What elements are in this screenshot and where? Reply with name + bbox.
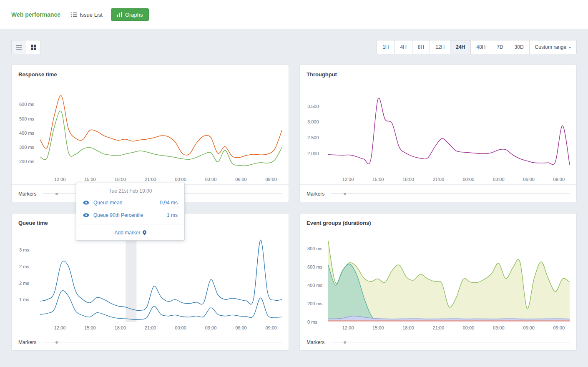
svg-text:12:00: 12:00 (54, 325, 66, 330)
range-30d[interactable]: 30D (509, 40, 530, 54)
top-header: Web performance Issue List Graphs (0, 0, 588, 29)
event-groups-chart[interactable]: 800 ms600 ms400 ms200 ms0 ms12:0015:0018… (300, 232, 576, 333)
tooltip-footer: Add marker (76, 224, 184, 240)
svg-text:15:00: 15:00 (372, 177, 384, 182)
svg-text:12:00: 12:00 (342, 325, 354, 330)
marker-dot[interactable] (55, 193, 58, 195)
svg-text:15:00: 15:00 (84, 177, 96, 182)
issue-list-label: Issue List (80, 12, 103, 18)
svg-text:400 ms: 400 ms (307, 283, 323, 288)
tooltip-series-value: 1 ms (167, 212, 178, 218)
svg-text:12:00: 12:00 (342, 177, 354, 182)
chart-tooltip: Tue 21st Feb 19:00 Queue mean 0,94 ms Qu… (76, 183, 185, 241)
tooltip-series-label: Queue 90th Percentile (93, 212, 143, 218)
toolbar: 1H 4H 8H 12H 24H 48H 7D 30D Custom range… (11, 40, 577, 54)
svg-text:3.000: 3.000 (307, 119, 319, 124)
range-7d[interactable]: 7D (491, 40, 509, 54)
chart-card-event-groups: Event groups (durations) 800 ms600 ms400… (299, 213, 577, 351)
svg-text:2.500: 2.500 (307, 135, 319, 140)
markers-label: Markers (18, 191, 36, 197)
svg-text:00:00: 00:00 (463, 325, 475, 330)
map-pin-icon (143, 230, 146, 235)
range-8h[interactable]: 8H (412, 40, 430, 54)
svg-text:03:00: 03:00 (205, 177, 217, 182)
svg-text:09:00: 09:00 (265, 325, 277, 330)
chevron-down-icon: ▾ (569, 45, 571, 50)
graphs-label: Graphs (125, 12, 143, 18)
svg-text:12:00: 12:00 (54, 177, 66, 182)
nav-issue-list[interactable]: Issue List (71, 12, 103, 18)
grid-icon (31, 45, 36, 50)
svg-text:18:00: 18:00 (402, 325, 414, 330)
svg-text:09:00: 09:00 (553, 177, 565, 182)
eye-icon[interactable] (83, 201, 89, 205)
hamburger-icon (16, 45, 22, 50)
markers-label: Markers (18, 339, 36, 345)
view-toggle-group (11, 40, 41, 54)
svg-text:00:00: 00:00 (175, 325, 186, 330)
markers-label: Markers (307, 339, 324, 345)
svg-text:600 ms: 600 ms (307, 264, 323, 269)
chart-title-throughput: Throughput (300, 65, 576, 83)
range-48h[interactable]: 48H (470, 40, 491, 54)
svg-text:18:00: 18:00 (115, 325, 126, 330)
chart-card-throughput: Throughput 3.5003.0002.5002.00012:0015:0… (299, 65, 577, 202)
queue-time-chart[interactable]: 3 ms2 ms2 ms1 ms12:0015:0018:0021:0000:0… (12, 232, 289, 333)
chart-svg[interactable]: 600 ms500 ms400 ms300 ms200 ms12:0015:00… (12, 83, 289, 184)
custom-range-button[interactable]: Custom range ▾ (529, 40, 577, 54)
markers-bar: Markers (12, 333, 289, 351)
svg-text:06:00: 06:00 (523, 177, 535, 182)
grid-view-button[interactable] (26, 40, 41, 54)
svg-text:200 ms: 200 ms (307, 301, 323, 306)
eye-icon[interactable] (83, 213, 89, 217)
tooltip-date: Tue 21st Feb 19:00 (76, 183, 184, 196)
svg-text:06:00: 06:00 (235, 325, 247, 330)
tooltip-row-queue-90th[interactable]: Queue 90th Percentile 1 ms (76, 209, 184, 221)
svg-text:06:00: 06:00 (523, 325, 535, 330)
graphs-button[interactable]: Graphs (111, 8, 149, 21)
markers-bar: Markers (300, 184, 576, 203)
range-24h[interactable]: 24H (450, 40, 471, 54)
svg-text:15:00: 15:00 (372, 325, 384, 330)
add-marker-link[interactable]: Add marker (114, 230, 146, 236)
chart-svg[interactable]: 3.5003.0002.5002.00012:0015:0018:0021:00… (300, 83, 576, 184)
chart-svg[interactable]: 3 ms2 ms2 ms1 ms12:0015:0018:0021:0000:0… (12, 232, 289, 333)
marker-dot[interactable] (344, 193, 346, 195)
time-range-group: 1H 4H 8H 12H 24H 48H 7D 30D Custom range… (377, 40, 577, 54)
throughput-chart[interactable]: 3.5003.0002.5002.00012:0015:0018:0021:00… (300, 83, 576, 184)
svg-text:0 ms: 0 ms (307, 319, 317, 324)
svg-text:21:00: 21:00 (433, 177, 445, 182)
svg-text:300 ms: 300 ms (19, 145, 35, 150)
svg-text:200 ms: 200 ms (19, 159, 35, 164)
range-4h[interactable]: 4H (395, 40, 412, 54)
marker-timeline (43, 342, 282, 342)
response-time-chart[interactable]: 600 ms500 ms400 ms300 ms200 ms12:0015:00… (12, 83, 289, 184)
list-view-button[interactable] (11, 40, 26, 54)
svg-text:2 ms: 2 ms (19, 264, 29, 269)
svg-text:00:00: 00:00 (463, 177, 475, 182)
svg-text:00:00: 00:00 (175, 177, 186, 182)
main-content: 1H 4H 8H 12H 24H 48H 7D 30D Custom range… (0, 29, 588, 367)
svg-text:21:00: 21:00 (145, 325, 156, 330)
range-1h[interactable]: 1H (377, 40, 395, 54)
marker-timeline (331, 342, 570, 342)
chart-title-response-time: Response time (12, 65, 289, 83)
tooltip-series-value: 0,94 ms (160, 200, 178, 206)
svg-text:21:00: 21:00 (433, 325, 445, 330)
bar-chart-icon (117, 12, 122, 17)
svg-text:18:00: 18:00 (115, 177, 126, 182)
svg-text:03:00: 03:00 (493, 325, 505, 330)
range-12h[interactable]: 12H (430, 40, 450, 54)
tooltip-row-queue-mean[interactable]: Queue mean 0,94 ms (76, 196, 184, 209)
svg-text:03:00: 03:00 (493, 177, 505, 182)
custom-range-label: Custom range (535, 44, 566, 50)
svg-text:09:00: 09:00 (553, 325, 565, 330)
svg-text:2.000: 2.000 (307, 151, 319, 156)
marker-dot[interactable] (344, 341, 346, 344)
markers-label: Markers (307, 191, 324, 197)
chart-svg[interactable]: 800 ms600 ms400 ms200 ms0 ms12:0015:0018… (300, 232, 576, 333)
marker-dot[interactable] (55, 341, 58, 344)
svg-text:1 ms: 1 ms (19, 297, 29, 302)
svg-text:06:00: 06:00 (235, 177, 247, 182)
svg-text:09:00: 09:00 (265, 177, 277, 182)
